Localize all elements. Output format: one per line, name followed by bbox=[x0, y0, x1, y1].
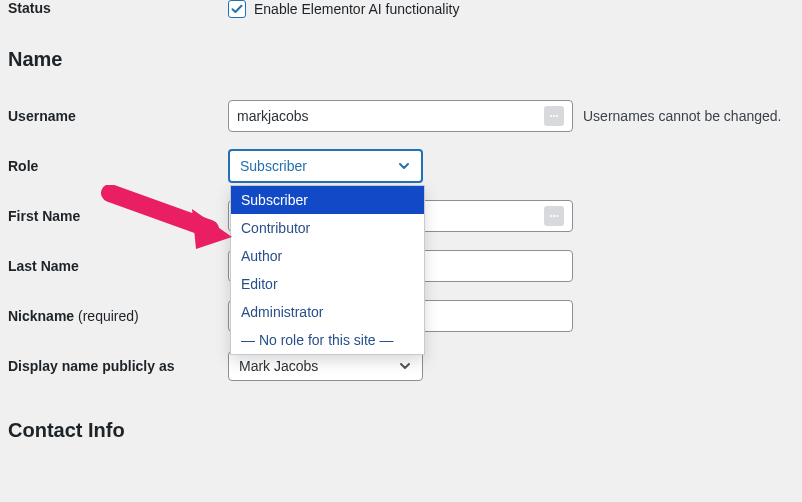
chevron-down-icon bbox=[398, 359, 412, 373]
role-option-none[interactable]: — No role for this site — bbox=[231, 326, 424, 354]
role-option-contributor[interactable]: Contributor bbox=[231, 214, 424, 242]
display-name-label: Display name publicly as bbox=[8, 358, 228, 374]
role-option-author[interactable]: Author bbox=[231, 242, 424, 270]
display-name-select[interactable]: Mark Jacobs bbox=[228, 351, 423, 381]
username-value: markjacobs bbox=[237, 108, 309, 124]
chevron-down-icon bbox=[397, 159, 411, 173]
enable-ai-label: Enable Elementor AI functionality bbox=[254, 1, 459, 17]
first-name-label: First Name bbox=[8, 208, 228, 224]
section-contact-heading: Contact Info bbox=[8, 419, 794, 442]
svg-point-1 bbox=[553, 115, 555, 117]
role-label: Role bbox=[8, 158, 228, 174]
last-name-label: Last Name bbox=[8, 258, 228, 274]
username-label: Username bbox=[8, 108, 228, 124]
status-label: Status bbox=[8, 0, 228, 16]
svg-point-5 bbox=[556, 215, 558, 217]
ellipsis-icon bbox=[544, 206, 564, 226]
role-selected: Subscriber bbox=[240, 158, 307, 174]
role-option-subscriber[interactable]: Subscriber bbox=[231, 186, 424, 214]
check-icon bbox=[228, 0, 246, 18]
nickname-label: Nickname (required) bbox=[8, 308, 228, 324]
role-option-editor[interactable]: Editor bbox=[231, 270, 424, 298]
svg-point-4 bbox=[553, 215, 555, 217]
role-option-administrator[interactable]: Administrator bbox=[231, 298, 424, 326]
display-name-selected: Mark Jacobs bbox=[239, 358, 318, 374]
nickname-required: (required) bbox=[78, 308, 139, 324]
enable-ai-checkbox[interactable]: Enable Elementor AI functionality bbox=[228, 0, 459, 18]
svg-point-3 bbox=[550, 215, 552, 217]
username-input: markjacobs bbox=[228, 100, 573, 132]
svg-point-0 bbox=[550, 115, 552, 117]
section-name-heading: Name bbox=[8, 48, 794, 71]
username-hint: Usernames cannot be changed. bbox=[583, 108, 781, 124]
role-select[interactable]: Subscriber Subscriber Contributor Author… bbox=[228, 149, 423, 183]
ellipsis-icon bbox=[544, 106, 564, 126]
role-dropdown: Subscriber Contributor Author Editor Adm… bbox=[230, 185, 425, 355]
svg-point-2 bbox=[556, 115, 558, 117]
